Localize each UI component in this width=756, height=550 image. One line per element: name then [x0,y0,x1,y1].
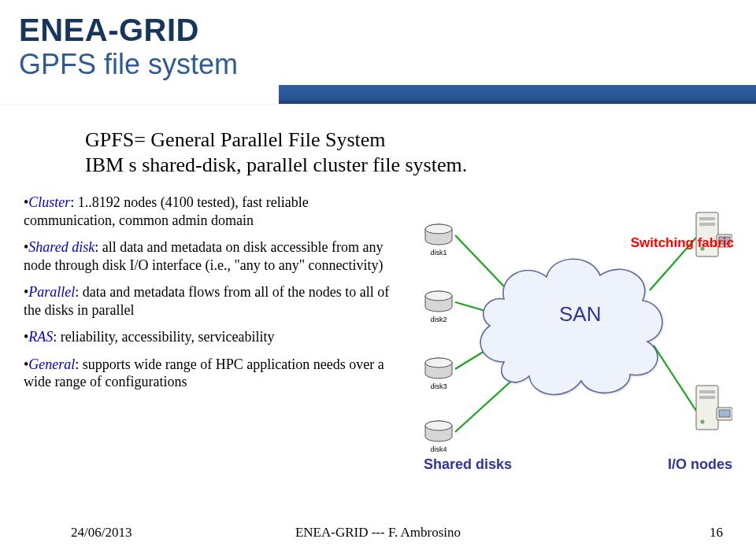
bullet-shared-disk: •Shared disk: all data and metadata on d… [24,238,395,274]
svg-rect-16 [699,223,715,226]
svg-point-13 [425,421,452,430]
title-block: ENEA-GRID GPFS file system [0,0,441,106]
disk-icon-4 [424,420,454,444]
footer-page: 16 [710,525,723,541]
svg-point-7 [425,224,452,234]
disk-icon-3 [424,357,454,381]
disk-icon-1 [424,223,454,247]
disk-label-1: disk1 [421,249,457,257]
svg-point-11 [425,358,452,367]
subtitle: GPFS file system [19,48,441,81]
bullet-general: •General: supports wide range of HPC app… [24,356,395,391]
bullet-ras: •RAS: reliability, accessibility, servic… [24,328,395,346]
intro-text: GPFS= General Parallel File System IBM s… [85,127,652,177]
svg-rect-15 [699,217,715,220]
svg-rect-22 [699,396,715,399]
bullet-parallel: •Parallel: data and metadata flows from … [24,283,395,319]
san-diagram: SAN disk1 disk2 disk3 disk4 [394,200,734,467]
switching-fabric-label: Switching fabric [631,235,734,251]
svg-point-23 [701,420,705,424]
io-nodes-label: I/O nodes [668,456,732,473]
disk-label-3: disk3 [421,382,457,390]
svg-rect-21 [699,390,715,393]
disk-label-2: disk2 [421,316,457,323]
content-row: •Cluster: 1..8192 nodes (4100 tested), f… [24,194,734,512]
disk-label-4: disk4 [421,445,457,453]
san-label: SAN [559,302,601,327]
footer-center: ENEA-GRID --- F. Ambrosino [0,525,756,541]
intro-line-1: GPFS= General Parallel File System [85,127,652,153]
disk-icon-2 [424,290,454,314]
bullet-list: •Cluster: 1..8192 nodes (4100 tested), f… [24,194,395,401]
bullet-cluster: •Cluster: 1..8192 nodes (4100 tested), f… [24,194,395,229]
intro-line-2: IBM s shared-disk, parallel cluster file… [85,153,652,178]
slide: ENEA-GRID GPFS file system GPFS= General… [0,0,756,550]
svg-point-9 [425,291,452,301]
shared-disks-label: Shared disks [424,456,512,473]
svg-rect-25 [719,410,730,417]
title: ENEA-GRID [19,13,441,48]
server-icon-2 [691,381,732,436]
